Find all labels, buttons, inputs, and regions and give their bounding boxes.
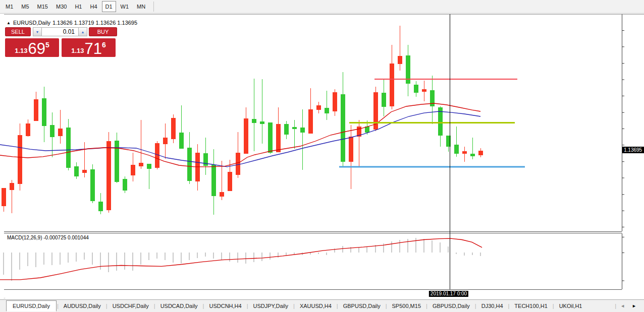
bull-candle	[98, 202, 103, 211]
macd-histogram-bar	[270, 253, 271, 260]
macd-histogram-bar	[261, 253, 262, 261]
macd-histogram-bar	[11, 253, 12, 281]
bull-candle	[115, 141, 119, 182]
bull-candle	[74, 166, 79, 176]
bull-candle	[66, 128, 71, 168]
sell-button[interactable]: SELL	[5, 27, 31, 36]
macd-histogram-bar	[221, 253, 222, 260]
buy-price-pip: 6	[102, 41, 106, 49]
chevron-down-icon: ▼	[36, 30, 39, 34]
macd-histogram-bar	[205, 253, 206, 257]
macd-histogram-bar	[342, 246, 343, 253]
collapse-icon[interactable]: ▲	[7, 21, 11, 25]
macd-histogram-bar	[76, 253, 77, 262]
trading-platform-window: M1M5M15M30H1H4D1W1MN ▲EURUSD,Daily1.1362…	[0, 0, 644, 312]
macd-histogram-bar	[245, 253, 246, 264]
lot-decrease-button[interactable]: ▼	[33, 27, 42, 36]
bear-candle	[106, 141, 111, 210]
bear-candle	[2, 188, 6, 206]
macd-histogram-bar	[148, 253, 149, 260]
sell-price-pip: 5	[45, 41, 49, 49]
macd-histogram-bar	[237, 253, 238, 263]
one-click-trade-panel: SELL ▼ 0.01 ▲ BUY 1.13 69 5 1.13 71 6	[5, 27, 117, 57]
bull-candle	[341, 94, 345, 162]
macd-histogram-bar	[108, 253, 109, 272]
macd-histogram-bar	[132, 253, 133, 271]
macd-histogram-bar	[358, 247, 359, 253]
sell-price-prefix: 1.13	[15, 47, 27, 54]
vline-date-label: 2019.01.17 0:00	[429, 291, 468, 297]
bear-candle	[171, 118, 176, 139]
buy-price-display[interactable]: 1.13 71 6	[62, 38, 116, 57]
macd-histogram-bar	[140, 253, 141, 265]
macd-histogram-bar	[124, 253, 125, 270]
chevron-up-icon: ▲	[81, 30, 85, 34]
bear-candle	[349, 137, 353, 162]
macd-histogram-bar	[391, 241, 392, 253]
bull-candle	[187, 148, 192, 181]
bull-candle	[179, 133, 184, 149]
bull-candle	[300, 128, 305, 133]
macd-histogram-bar	[423, 239, 424, 253]
buy-price-prefix: 1.13	[71, 47, 84, 54]
candle-wick	[60, 110, 61, 144]
macd-histogram-bar	[326, 253, 327, 255]
macd-histogram-bar	[407, 239, 408, 253]
macd-histogram-bar	[399, 240, 400, 253]
bear-candle	[18, 135, 22, 184]
macd-histogram-bar	[310, 253, 311, 255]
macd-histogram-bar	[415, 238, 416, 253]
bear-candle	[131, 165, 135, 175]
chart-title: ▲EURUSD,Daily1.13626 1.13719 1.13626 1.1…	[7, 20, 139, 26]
macd-histogram-bar	[43, 253, 44, 265]
macd-histogram-bar	[156, 253, 157, 259]
lot-increase-button[interactable]: ▲	[78, 27, 87, 36]
bear-candle	[228, 172, 232, 191]
bull-candle	[211, 165, 216, 196]
bear-candle	[26, 123, 30, 136]
lot-stepper: ▼ 0.01 ▲	[33, 27, 87, 36]
sell-price-main: 69	[28, 41, 45, 56]
bear-candle	[163, 138, 168, 144]
bear-candle	[58, 129, 63, 136]
macd-histogram-bar	[92, 253, 93, 265]
candle-wick	[327, 91, 327, 120]
current-price-label: 1.13695	[622, 147, 644, 153]
bull-candle	[382, 93, 386, 107]
candle-wick	[254, 79, 254, 151]
lot-size-field[interactable]: 0.01	[42, 27, 78, 36]
macd-histogram-bar	[229, 253, 230, 262]
macd-histogram-bar	[51, 253, 52, 265]
macd-histogram-bar	[432, 240, 433, 253]
candle-wick	[141, 120, 141, 169]
bull-candle	[284, 124, 289, 135]
macd-histogram-bar	[480, 253, 481, 256]
bear-candle	[308, 109, 313, 134]
bull-candle	[252, 119, 256, 123]
macd-histogram-bar	[318, 253, 319, 254]
macd-histogram-bar	[197, 253, 198, 258]
bear-candle	[316, 105, 321, 110]
macd-histogram-bar	[440, 242, 441, 253]
bull-candle	[42, 98, 46, 126]
bull-candle	[414, 85, 418, 93]
macd-histogram-bar	[253, 253, 254, 262]
bear-candle	[422, 89, 426, 92]
bull-candle	[50, 125, 55, 137]
sell-price-display[interactable]: 1.13 69 5	[5, 38, 59, 57]
bull-candle	[325, 108, 329, 113]
macd-histogram-bar	[35, 253, 36, 267]
macd-histogram-bar	[84, 253, 85, 260]
bear-candle	[462, 151, 467, 154]
bear-candle	[478, 151, 483, 155]
macd-indicator-label: MACD(12,26,9) -0.000725 0.001044	[7, 235, 89, 240]
macd-histogram-bar	[100, 253, 101, 270]
bear-candle	[236, 153, 240, 175]
candle-wick	[464, 147, 465, 162]
buy-button[interactable]: BUY	[89, 27, 117, 36]
macd-histogram-bar	[464, 253, 465, 256]
macd-histogram-bar	[173, 253, 174, 263]
macd-histogram-bar	[60, 253, 61, 265]
bull-candle	[470, 154, 475, 156]
candle-wick	[262, 79, 262, 144]
